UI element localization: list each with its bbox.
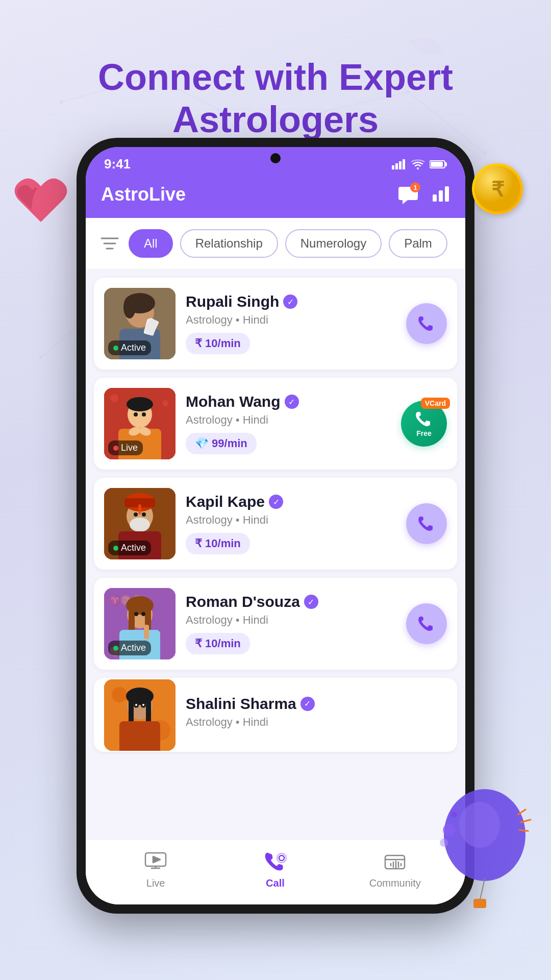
price-mohan: 💎 99/min [186,433,257,454]
price-roman: ₹ 10/min [186,633,250,654]
avatar-roman: ♈♊♋ ♌♍♎ [104,588,176,659]
notification-badge: 1 [410,182,420,192]
verified-icon-kapil: ✓ [269,495,283,509]
svg-rect-20 [431,162,443,167]
astrologer-card-shalini: Shalini Sharma ✓ Astrology • Hindi [94,678,457,752]
nav-live[interactable]: Live [130,849,181,889]
phone-screen: 9:41 [86,147,465,904]
svg-line-96 [520,820,531,822]
svg-point-48 [130,518,150,532]
verified-icon-rupali: ✓ [283,295,297,309]
nav-live-label: Live [146,877,165,889]
astro-name-mohan: Mohan Wang [186,393,281,410]
stats-icon [432,184,450,203]
astro-specialty-rupali: Astrology • Hindi [186,313,396,327]
svg-rect-17 [403,159,405,169]
vcard-tag: VCard [421,398,450,409]
signal-icon [392,159,406,169]
astrologer-card-rupali: Active Rupali Singh ✓ Astrology • Hindi … [94,278,457,370]
filter-relationship[interactable]: Relationship [180,229,278,258]
verified-icon-roman: ✓ [304,595,318,609]
avatar-shalini [104,679,176,751]
call-button-kapil[interactable] [406,503,447,544]
phone-frame: 9:41 [77,138,474,914]
status-badge-mohan: Live [108,440,143,455]
svg-point-43 [142,412,146,416]
svg-point-9 [40,356,42,358]
filter-palm[interactable]: Palm [389,229,447,258]
nav-community[interactable]: Community [369,849,421,889]
svg-rect-15 [395,163,398,169]
notifications-button[interactable]: 1 [395,181,421,208]
wifi-icon [411,159,424,169]
svg-point-74 [135,704,137,706]
astro-info-kapil: Kapil Kape ✓ Astrology • Hindi ₹ 10/min [186,493,396,554]
avatar-mohan: Live [104,388,176,459]
svg-point-42 [134,412,138,416]
verified-icon-mohan: ✓ [285,395,299,409]
deco-coin: ₹ [472,163,523,214]
vcard-button-mohan[interactable]: VCard Free [401,401,447,447]
svg-rect-71 [119,721,160,751]
battery-icon [430,160,447,169]
svg-line-95 [518,810,525,815]
filter-numerology[interactable]: Numerology [285,229,382,258]
phone-icon-roman [417,615,436,633]
call-button-rupali[interactable] [406,303,447,344]
status-badge-roman: Active [108,641,151,655]
astro-specialty-shalini: Astrology • Hindi [186,716,447,729]
status-dot-rupali [113,346,118,351]
astro-name-kapil: Kapil Kape [186,493,265,510]
nav-call-icon-wrap [260,849,290,873]
svg-point-81 [277,853,286,863]
price-rupali: ₹ 10/min [186,333,250,354]
avatar-rupali: Active [104,288,176,359]
filter-icon-button[interactable] [98,232,121,255]
filter-bar: All Relationship Numerology Palm [86,218,465,270]
stats-button[interactable] [432,184,450,205]
svg-rect-91 [473,899,486,908]
svg-point-52 [142,512,146,517]
filter-icon [101,236,119,251]
svg-rect-22 [439,190,443,202]
astrologer-card-roman: ♈♊♋ ♌♍♎ [94,578,457,670]
svg-rect-19 [445,162,447,166]
svg-point-75 [142,704,144,706]
nav-community-label: Community [369,877,421,889]
astrologer-card-mohan: Live Mohan Wang ✓ Astrology • Hindi 💎 99… [94,378,457,470]
vcard-free-label: Free [416,429,432,437]
status-time: 9:41 [104,156,131,172]
status-dot-mohan [113,446,118,451]
app-title: AstroLive [101,184,186,205]
astro-info-rupali: Rupali Singh ✓ Astrology • Hindi ₹ 10/mi… [186,293,396,354]
nav-call-label: Call [266,877,285,889]
camera-notch [270,153,281,163]
verified-icon-shalini: ✓ [300,697,315,711]
bottom-nav: Live Call [86,839,465,904]
status-icons [392,159,447,169]
phone-icon-kapil [417,514,436,533]
svg-rect-23 [445,186,449,202]
svg-point-80 [279,855,284,861]
call-button-roman[interactable] [406,603,447,644]
status-badge-rupali: Active [108,340,151,355]
astro-specialty-kapil: Astrology • Hindi [186,513,396,527]
svg-text:₹: ₹ [491,178,505,201]
nav-call[interactable]: Call [249,849,300,889]
tv-icon [144,852,167,870]
status-dot-kapil [113,546,118,551]
phone-icon-rupali [417,314,436,333]
astro-info-roman: Roman D'souza ✓ Astrology • Hindi ₹ 10/m… [186,593,396,654]
avatar-kapil: Active [104,488,176,559]
astrologer-list: Active Rupali Singh ✓ Astrology • Hindi … [86,270,465,839]
astro-specialty-mohan: Astrology • Hindi [186,413,391,427]
svg-line-97 [519,830,528,831]
astro-info-shalini: Shalini Sharma ✓ Astrology • Hindi [186,695,447,735]
filter-all[interactable]: All [129,229,173,258]
svg-point-30 [123,296,136,318]
astro-name-rupali: Rupali Singh [186,293,279,310]
community-icon [384,851,406,871]
svg-rect-14 [392,165,394,169]
svg-point-36 [162,400,168,406]
svg-rect-82 [385,855,405,869]
